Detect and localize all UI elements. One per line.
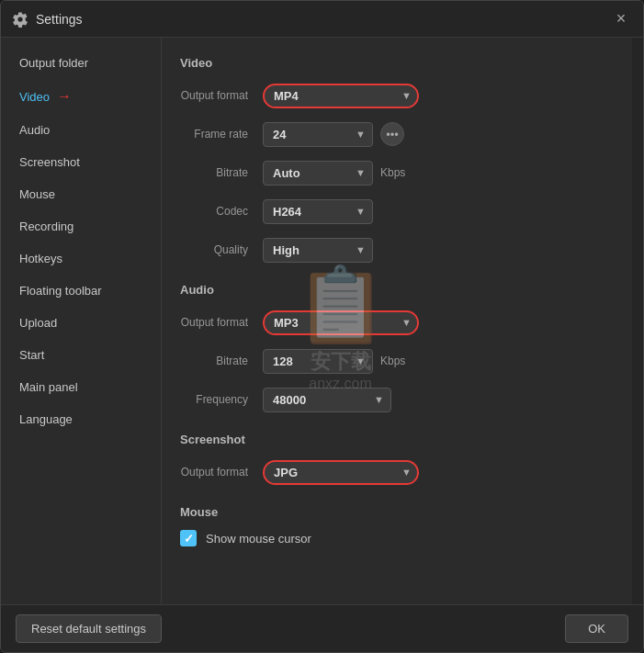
checkmark-icon: ✓ — [184, 532, 194, 546]
video-frame-rate-row: Frame rate 15 24 30 60 ▼ ••• — [180, 119, 614, 149]
footer: Reset default settings OK — [1, 604, 643, 652]
video-frame-rate-label: Frame rate — [180, 128, 263, 141]
audio-section-header: Audio — [180, 283, 614, 297]
video-frame-rate-wrapper: 15 24 30 60 ▼ — [263, 122, 373, 147]
sidebar-item-recording[interactable]: Recording — [1, 210, 161, 242]
video-output-format-wrapper: MP4 AVI MOV MKV GIF ▼ — [263, 84, 419, 108]
video-quality-label: Quality — [180, 243, 263, 256]
sidebar-item-floating-toolbar[interactable]: Floating toolbar — [1, 275, 161, 307]
settings-dialog: Settings × Output folder Video → Audio S… — [0, 0, 644, 653]
audio-bitrate-row: Bitrate 64 128 192 320 ▼ Kbps — [180, 346, 614, 376]
main-panel: 📋 安下载 anxz.com Video Output format MP4 A… — [162, 38, 632, 604]
video-section-header: Video — [180, 56, 614, 70]
sidebar: Output folder Video → Audio Screenshot M… — [1, 38, 162, 604]
audio-output-format-select[interactable]: MP3 AAC WAV OGG — [263, 310, 419, 335]
audio-bitrate-label: Bitrate — [180, 355, 263, 367]
show-mouse-cursor-label: Show mouse cursor — [206, 532, 311, 546]
video-output-format-select[interactable]: MP4 AVI MOV MKV GIF — [263, 84, 419, 108]
video-bitrate-row: Bitrate Auto 1000 2000 4000 ▼ Kbps — [180, 158, 614, 187]
audio-frequency-select[interactable]: 44100 48000 96000 — [263, 388, 391, 412]
sidebar-item-main-panel[interactable]: Main panel — [1, 371, 161, 403]
scrollbar[interactable] — [632, 38, 643, 604]
sidebar-item-output-folder[interactable]: Output folder — [1, 47, 161, 79]
gear-icon — [12, 11, 28, 28]
more-options-button[interactable]: ••• — [380, 122, 404, 146]
sidebar-item-screenshot[interactable]: Screenshot — [1, 146, 161, 178]
audio-frequency-label: Frequency — [180, 393, 263, 406]
video-codec-wrapper: H264 H265 VP9 ▼ — [263, 199, 373, 224]
sidebar-item-language[interactable]: Language — [1, 403, 161, 435]
ok-button[interactable]: OK — [565, 614, 628, 643]
video-bitrate-wrapper: Auto 1000 2000 4000 ▼ — [263, 161, 373, 186]
audio-output-format-row: Output format MP3 AAC WAV OGG ▼ — [180, 308, 614, 337]
audio-bitrate-select[interactable]: 64 128 192 320 — [263, 349, 373, 374]
video-frame-rate-select[interactable]: 15 24 30 60 — [263, 122, 373, 147]
video-output-format-row: Output format MP4 AVI MOV MKV GIF ▼ — [180, 81, 614, 110]
screenshot-section-header: Screenshot — [180, 433, 614, 446]
sidebar-item-start[interactable]: Start — [1, 339, 161, 371]
sidebar-item-upload[interactable]: Upload — [1, 307, 161, 339]
video-codec-row: Codec H264 H265 VP9 ▼ — [180, 197, 614, 226]
dialog-title: Settings — [36, 12, 83, 27]
audio-frequency-row: Frequency 44100 48000 96000 ▼ — [180, 385, 614, 414]
video-quality-wrapper: Low Medium High Ultra ▼ — [263, 238, 373, 263]
screenshot-output-format-row: Output format JPG PNG BMP ▼ — [180, 457, 614, 487]
audio-output-format-label: Output format — [180, 316, 263, 329]
video-output-format-label: Output format — [180, 89, 263, 102]
video-codec-label: Codec — [180, 205, 263, 218]
show-mouse-cursor-checkbox[interactable]: ✓ — [180, 530, 197, 546]
video-quality-select[interactable]: Low Medium High Ultra — [263, 238, 373, 263]
close-button[interactable]: × — [610, 8, 632, 30]
audio-bitrate-unit: Kbps — [380, 355, 405, 367]
arrow-icon: → — [57, 88, 72, 105]
sidebar-item-hotkeys[interactable]: Hotkeys — [1, 242, 161, 275]
sidebar-item-video[interactable]: Video → — [1, 79, 161, 114]
video-bitrate-label: Bitrate — [180, 166, 263, 179]
title-bar: Settings × — [1, 1, 643, 38]
audio-bitrate-wrapper: 64 128 192 320 ▼ — [263, 349, 373, 374]
sidebar-item-mouse[interactable]: Mouse — [1, 178, 161, 210]
screenshot-output-format-wrapper: JPG PNG BMP ▼ — [263, 460, 419, 485]
show-mouse-cursor-row: ✓ Show mouse cursor — [180, 530, 614, 546]
mouse-section-header: Mouse — [180, 505, 614, 519]
video-bitrate-unit: Kbps — [380, 166, 405, 179]
sidebar-item-audio[interactable]: Audio — [1, 114, 161, 146]
video-codec-select[interactable]: H264 H265 VP9 — [263, 199, 373, 224]
video-bitrate-select[interactable]: Auto 1000 2000 4000 — [263, 161, 373, 186]
video-quality-row: Quality Low Medium High Ultra ▼ — [180, 235, 614, 265]
screenshot-output-format-select[interactable]: JPG PNG BMP — [263, 460, 419, 485]
reset-button[interactable]: Reset default settings — [16, 614, 162, 643]
audio-output-format-wrapper: MP3 AAC WAV OGG ▼ — [263, 310, 419, 335]
audio-frequency-wrapper: 44100 48000 96000 ▼ — [263, 388, 391, 412]
content-area: Output folder Video → Audio Screenshot M… — [1, 38, 643, 604]
screenshot-output-format-label: Output format — [180, 466, 263, 478]
